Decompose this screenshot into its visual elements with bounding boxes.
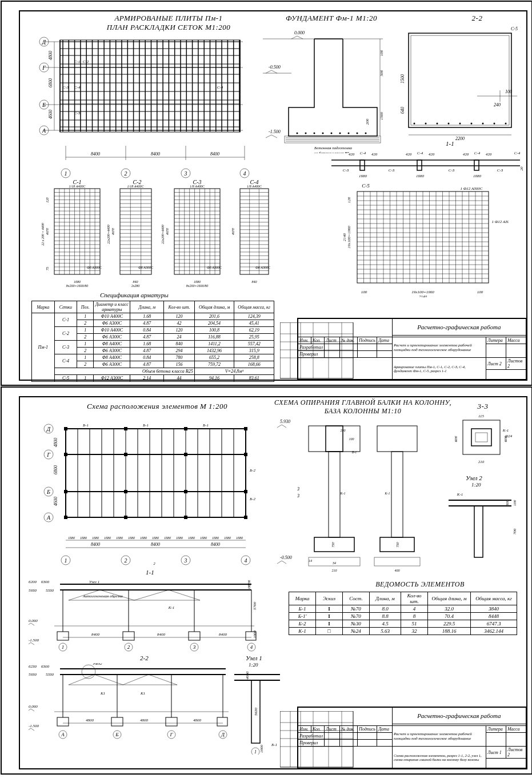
ved-title: ВЕДОМОСТЬ ЭЛЕМЕНТОВ bbox=[340, 580, 500, 589]
svg-point-104 bbox=[365, 133, 367, 134]
svg-text:115: 115 bbox=[478, 414, 484, 418]
svg-point-115 bbox=[448, 123, 450, 125]
svg-text:Д: Д bbox=[46, 426, 51, 432]
svg-text:1680: 1680 bbox=[176, 536, 183, 540]
column-beam-detail: 5.930 -0.500 210 750 1434 100200 В-1К-1 bbox=[277, 417, 426, 577]
svg-text:4: 4 bbox=[250, 644, 253, 650]
tb-col-sign: Подпись bbox=[358, 337, 377, 344]
svg-text:2200: 2200 bbox=[455, 136, 465, 141]
svg-text:1 Ф12 А300C: 1 Ф12 А300C bbox=[491, 220, 509, 224]
svg-rect-521 bbox=[57, 717, 69, 726]
svg-text:1680: 1680 bbox=[473, 174, 482, 178]
svg-rect-377 bbox=[124, 490, 127, 493]
svg-text:700: 700 bbox=[513, 528, 517, 534]
tb2-massa: Масса bbox=[506, 726, 526, 733]
svg-text:К1: К1 bbox=[100, 691, 105, 696]
svg-text:1500: 1500 bbox=[379, 112, 384, 121]
svg-rect-373 bbox=[64, 490, 67, 493]
tb-list-lbl: Лист bbox=[487, 361, 498, 366]
svg-text:300: 300 bbox=[247, 580, 251, 587]
svg-text:200: 200 bbox=[341, 429, 346, 432]
tb2-col-sign: Подпись bbox=[358, 726, 377, 733]
svg-text:Б: Б bbox=[115, 732, 119, 737]
svg-rect-386 bbox=[244, 516, 247, 519]
svg-rect-379 bbox=[184, 427, 187, 430]
svg-text:4970: 4970 bbox=[231, 228, 235, 235]
svg-text:4800: 4800 bbox=[48, 51, 53, 60]
section-2-2-drawing: 2200 1500 640 240100 С-5 bbox=[397, 22, 520, 142]
svg-text:1/18 А400C: 1/18 А400C bbox=[69, 185, 86, 188]
svg-rect-352 bbox=[66, 429, 246, 517]
svg-text:750: 750 bbox=[396, 542, 399, 548]
svg-text:Ф24: Ф24 bbox=[505, 434, 513, 438]
svg-text:Б-2: Б-2 bbox=[249, 468, 255, 473]
svg-text:100: 100 bbox=[477, 290, 483, 294]
ved-h-qty: Кол-во шт. bbox=[401, 592, 428, 605]
plan-title-1: АРМИРОВАНЫЕ ПЛИТЫ Пм-1 bbox=[89, 14, 249, 23]
svg-text:1680: 1680 bbox=[188, 536, 195, 540]
beam-title-1: СХЕМА ОПИРАНИЯ ГЛАВНОЙ БАЛКИ НА КОЛОННУ, bbox=[266, 398, 460, 407]
svg-rect-467 bbox=[474, 506, 483, 557]
spec-h-poz: Поз. bbox=[77, 301, 94, 313]
svg-text:К-1: К-1 bbox=[502, 428, 509, 433]
spec-h-len: Длина, м bbox=[130, 301, 164, 313]
svg-text:1680: 1680 bbox=[200, 536, 207, 540]
svg-rect-375 bbox=[124, 427, 127, 430]
svg-text:1: 1 bbox=[62, 644, 65, 650]
svg-rect-458 bbox=[475, 433, 487, 442]
tb-list-n: 2 bbox=[499, 361, 502, 366]
spec-table: Марка Сетки Поз. Диаметр и класс арматур… bbox=[31, 301, 274, 382]
svg-text:1000: 1000 bbox=[253, 631, 257, 639]
svg-text:1680: 1680 bbox=[116, 536, 123, 540]
spec-h-qty: Кол-во шт. bbox=[164, 301, 195, 313]
spec-h-diam: Диаметр и класс арматуры bbox=[94, 301, 130, 313]
svg-point-116 bbox=[459, 123, 461, 125]
svg-text:-1.500: -1.500 bbox=[29, 638, 39, 643]
spec-h-marka: Марка bbox=[32, 301, 55, 313]
svg-rect-457 bbox=[471, 429, 491, 446]
svg-text:К-1: К-1 bbox=[168, 605, 174, 610]
svg-text:1/18 А400C: 1/18 А400C bbox=[127, 185, 145, 188]
tb2-list-n: 1 bbox=[499, 750, 502, 755]
svg-rect-133 bbox=[417, 160, 422, 170]
svg-text:3: 3 bbox=[193, 644, 196, 650]
svg-text:Б-1: Б-1 bbox=[202, 423, 209, 428]
svg-rect-524 bbox=[217, 717, 227, 726]
tb-listov-n: 2 bbox=[507, 364, 510, 369]
svg-text:1680: 1680 bbox=[224, 536, 231, 540]
svg-text:8400: 8400 bbox=[91, 151, 100, 157]
svg-text:2: 2 bbox=[125, 170, 127, 177]
svg-text:1: 1 bbox=[254, 749, 257, 755]
svg-point-120 bbox=[505, 123, 507, 125]
svg-text:0.000: 0.000 bbox=[29, 704, 38, 709]
svg-rect-436 bbox=[329, 452, 340, 537]
tb-sheet-desc: Армирование плиты Пм-1, С-1, С-2, С-3, С… bbox=[392, 358, 486, 380]
tb-listov-lbl: Листов bbox=[507, 358, 522, 364]
svg-text:1680: 1680 bbox=[416, 174, 425, 178]
svg-text:Узел2: Узел2 bbox=[93, 663, 102, 666]
svg-text:Д: Д bbox=[221, 732, 225, 737]
svg-text:6300: 6300 bbox=[41, 664, 50, 669]
svg-point-119 bbox=[494, 123, 495, 125]
svg-text:С-3: С-3 bbox=[389, 168, 395, 173]
uzel-2-scale: 1:20 bbox=[471, 482, 481, 488]
svg-text:100: 100 bbox=[349, 437, 354, 441]
spec-title: Спецификация арматуры bbox=[100, 292, 169, 298]
svg-text:4: 4 bbox=[245, 557, 247, 564]
svg-text:840: 840 bbox=[252, 280, 257, 284]
svg-text:100: 100 bbox=[505, 89, 512, 94]
svg-text:Д: Д bbox=[42, 39, 46, 45]
svg-rect-485 bbox=[57, 632, 69, 640]
svg-point-118 bbox=[482, 123, 484, 125]
tb2-desc: Расчет и проектирование элементов рабоче… bbox=[392, 726, 486, 747]
svg-text:3: 3 bbox=[297, 486, 299, 492]
svg-text:400: 400 bbox=[395, 569, 400, 572]
svg-text:8x200=1600/80: 8x200=1600/80 bbox=[186, 284, 208, 288]
svg-text:Узел 1: Узел 1 bbox=[89, 580, 99, 584]
svg-text:5930: 5930 bbox=[29, 672, 37, 677]
svg-text:640: 640 bbox=[400, 107, 405, 114]
svg-text:210: 210 bbox=[332, 569, 337, 572]
svg-text:Б-1: Б-1 bbox=[82, 423, 89, 428]
svg-rect-196 bbox=[120, 189, 151, 274]
spec-h-tlen: Общая длина, м bbox=[194, 301, 234, 313]
